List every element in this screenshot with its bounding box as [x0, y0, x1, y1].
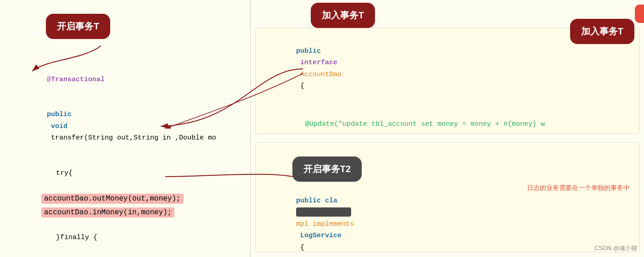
highlight-outmoney: accountDao.outMoney(out,money);	[14, 193, 236, 205]
bubble-join-transaction-right: 加入事务T	[570, 19, 634, 44]
highlight-inmoney: accountDao.inMoney(in,money);	[14, 207, 236, 218]
bottom-code-box: 开启事务T2 @Service public cla mpl implement…	[255, 142, 639, 252]
annotation-transactional: @Transactional	[14, 62, 236, 97]
left-panel: 开启事务T @Transactional public void transfe…	[0, 0, 251, 257]
bubble-join-transaction-top: 加入事务T	[311, 3, 375, 28]
watermark: CSDN @魂小猫	[594, 244, 637, 252]
top-code-box: 加入事务T 加入事务T public interface AccountDao …	[255, 28, 639, 134]
try-block: try{	[14, 156, 236, 191]
interface-decl: public interface AccountDao {	[263, 34, 632, 104]
main-container: 开启事务T @Transactional public void transfe…	[0, 0, 644, 257]
bubble-start-transaction2: 开启事务T2	[292, 156, 362, 182]
finally-block: }finally {	[14, 220, 236, 256]
method-signature: public void transfer(String out,String i…	[14, 97, 236, 156]
comment-label: 日志的业务需要在一个单独的事务中	[527, 184, 630, 192]
red-side-tab[interactable]	[635, 5, 644, 23]
update-annotation1: @Update("update tbl_account set money = …	[263, 106, 632, 142]
class-decl: public cla mpl implements LogService {	[263, 183, 632, 257]
bubble-start-transaction: 开启事务T	[46, 14, 110, 39]
right-panel: 加入事务T 加入事务T public interface AccountDao …	[251, 0, 644, 257]
